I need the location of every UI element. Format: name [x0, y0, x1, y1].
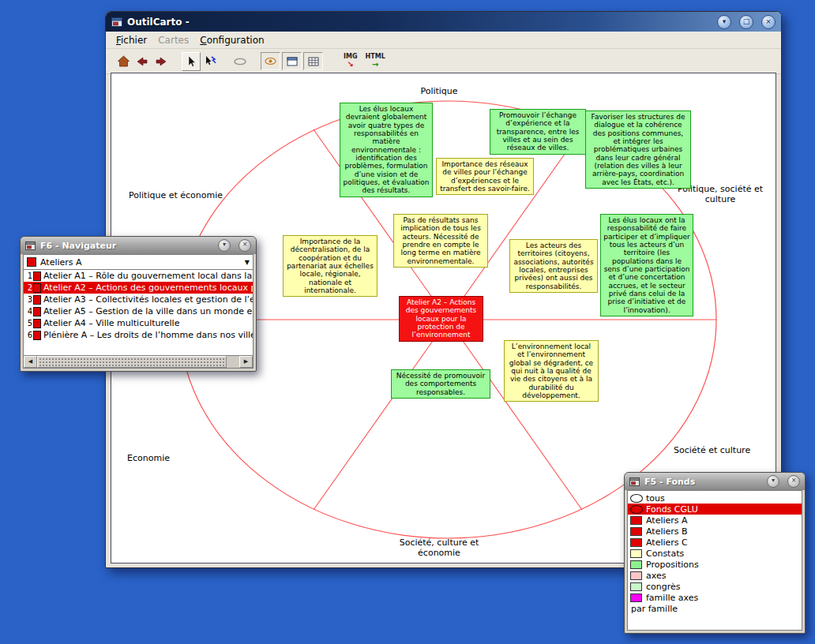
- list-item[interactable]: axes: [628, 570, 802, 581]
- grid-view-toggle-button[interactable]: [303, 52, 323, 70]
- item-label: Atelier A1 – Rôle du gouvernement local …: [43, 271, 253, 281]
- export-html-button[interactable]: HTML →: [366, 54, 385, 69]
- map-node-constat[interactable]: Importance de la décentralisation, de la…: [283, 235, 377, 297]
- list-item-selected[interactable]: 2 Atelier A2 – Actions des gouvernements…: [24, 282, 253, 294]
- edit-pointer-tool-button[interactable]: [201, 52, 220, 71]
- list-item[interactable]: Ateliers A: [628, 515, 802, 526]
- list-item[interactable]: 3 Atelier A3 – Collectivités locales et …: [24, 294, 253, 305]
- atelier-icon: [33, 319, 41, 328]
- scrollbar-track[interactable]: [37, 356, 239, 368]
- map-node-constat[interactable]: Importance des réseaux de villes pour l’…: [436, 158, 534, 195]
- window-icon: [629, 477, 640, 486]
- list-item[interactable]: par famille: [628, 603, 802, 614]
- map-node-selected[interactable]: Atelier A2 – Actions des gouvernements l…: [399, 296, 483, 342]
- map-node-proposition[interactable]: Promouvoir l’échange d’expérience et la …: [490, 109, 586, 155]
- item-label: Ateliers A: [646, 515, 688, 526]
- list-item[interactable]: 5 Atelier A4 – Ville multiculturelle: [24, 317, 253, 329]
- item-label: par famille: [631, 604, 678, 614]
- list-item[interactable]: Propositions: [628, 559, 802, 570]
- close-button[interactable]: ×: [238, 239, 251, 252]
- atelier-icon: [33, 331, 41, 340]
- scrollbar-thumb[interactable]: [37, 356, 227, 368]
- lasso-tool-button[interactable]: [231, 52, 250, 71]
- minimize-button[interactable]: ▾: [767, 475, 779, 488]
- dropdown-value: Ateliers A: [40, 257, 82, 268]
- list-item[interactable]: congrès: [628, 581, 802, 592]
- export-img-button[interactable]: IMG ↘: [344, 54, 358, 69]
- window-title: F5 - Fonds: [644, 477, 695, 487]
- chevron-down-icon: ▼: [245, 259, 250, 266]
- map-node-constat[interactable]: Les acteurs des territoires (citoyens, a…: [509, 239, 598, 293]
- fond-color-icon: [630, 560, 642, 569]
- navigateur-content: Ateliers A ▼ 1 Atelier A1 – Rôle du gouv…: [23, 254, 254, 369]
- fond-color-icon: [630, 538, 642, 547]
- list-item[interactable]: 6 Plénière A – Les droits de l’homme dan…: [24, 329, 253, 341]
- list-item[interactable]: famille axes: [628, 592, 802, 603]
- item-label: Atelier A3 – Collectivités locales et ge…: [43, 294, 253, 305]
- item-label: Ateliers B: [646, 526, 688, 537]
- eye-icon: [265, 57, 276, 66]
- menu-cartes[interactable]: Cartes: [152, 33, 194, 47]
- close-button[interactable]: ×: [787, 475, 800, 488]
- list-item[interactable]: 1 Atelier A1 – Rôle du gouvernement loca…: [24, 270, 253, 282]
- item-label: axes: [646, 571, 666, 581]
- menubar: Fichier Cartes Configuration: [106, 32, 781, 49]
- item-number: 1: [24, 271, 32, 280]
- toolbar: IMG ↘ HTML →: [106, 49, 781, 74]
- maximize-button[interactable]: □: [739, 15, 753, 29]
- main-titlebar[interactable]: OutilCarto - ▾ □ ×: [106, 12, 781, 32]
- export-html-label: HTML: [366, 54, 385, 60]
- select-tool-button[interactable]: [182, 52, 201, 71]
- item-label: famille axes: [646, 593, 698, 603]
- item-number: 6: [24, 331, 32, 339]
- app-icon: [111, 17, 122, 27]
- map-node-constat[interactable]: L’environnement local et l’environnement…: [504, 340, 599, 402]
- item-label: Plénière A – Les droits de l’homme dans …: [43, 330, 253, 340]
- fond-color-icon: [630, 593, 642, 602]
- list-item[interactable]: Ateliers C: [628, 537, 802, 548]
- item-number: 2: [24, 283, 32, 292]
- fond-color-icon: [630, 527, 642, 536]
- atelier-list: 1 Atelier A1 – Rôle du gouvernement loca…: [23, 270, 254, 356]
- view-toggle-button[interactable]: [261, 52, 280, 70]
- fond-color-icon: [630, 582, 642, 591]
- minimize-button[interactable]: ▾: [717, 15, 731, 29]
- item-label: Ateliers C: [646, 537, 688, 548]
- menu-configuration[interactable]: Configuration: [194, 33, 269, 47]
- scroll-right-button[interactable]: ▶: [239, 356, 253, 368]
- horizontal-scrollbar[interactable]: ◀ ▶: [23, 356, 254, 369]
- sector-label-politique: Politique: [388, 86, 490, 96]
- list-item[interactable]: Ateliers B: [628, 526, 802, 537]
- item-label: Propositions: [646, 560, 699, 570]
- scroll-left-button[interactable]: ◀: [24, 356, 37, 368]
- minimize-button[interactable]: ▾: [218, 239, 231, 252]
- forward-button[interactable]: [152, 52, 171, 71]
- map-node-proposition[interactable]: Les élus locaux devraient globalement av…: [340, 103, 433, 197]
- back-button[interactable]: [133, 52, 152, 71]
- navigateur-titlebar[interactable]: F6 - Navigateur ▾ ×: [21, 237, 256, 254]
- window-title: F6 - Navigateur: [40, 241, 116, 251]
- atelier-icon: [33, 271, 41, 281]
- close-button[interactable]: ×: [761, 15, 776, 29]
- fond-ellipse-icon: [630, 505, 643, 514]
- item-label: tous: [646, 493, 665, 504]
- window-icon: [25, 242, 36, 250]
- home-button[interactable]: [114, 52, 133, 71]
- map-node-proposition[interactable]: Nécessité de promouvoir des comportement…: [391, 369, 490, 399]
- fond-color-icon: [630, 571, 642, 580]
- atelier-icon: [33, 295, 41, 305]
- fond-select-dropdown[interactable]: Ateliers A ▼: [23, 254, 254, 270]
- list-item[interactable]: 4 Atelier A5 – Gestion de la ville dans …: [24, 305, 253, 317]
- map-node-constat[interactable]: Pas de résultats sans implication de tou…: [393, 214, 488, 268]
- item-number: 3: [24, 295, 32, 304]
- sector-label-societe-culture-economie: Société, culture et économie: [388, 537, 490, 558]
- map-node-proposition[interactable]: Les élus locaux ont la responsabilité de…: [600, 214, 693, 316]
- menu-fichier[interactable]: Fichier: [111, 33, 152, 47]
- navigateur-window: F6 - Navigateur ▾ × Ateliers A ▼ 1 Ateli…: [20, 236, 257, 372]
- map-node-proposition[interactable]: Favoriser les structures de dialogue et …: [585, 110, 691, 189]
- list-item-selected[interactable]: Fonds CGLU: [628, 504, 802, 515]
- fonds-titlebar[interactable]: F5 - Fonds ▾ ×: [625, 473, 805, 490]
- window-view-toggle-button[interactable]: [282, 52, 302, 70]
- list-item[interactable]: Constats: [628, 548, 802, 559]
- list-item[interactable]: tous: [628, 492, 802, 504]
